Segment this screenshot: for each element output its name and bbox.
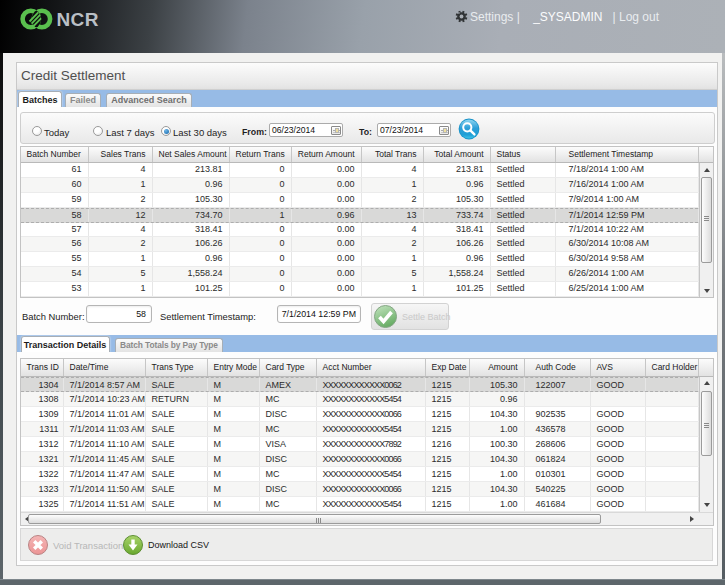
svg-text:NCR: NCR — [57, 9, 99, 30]
